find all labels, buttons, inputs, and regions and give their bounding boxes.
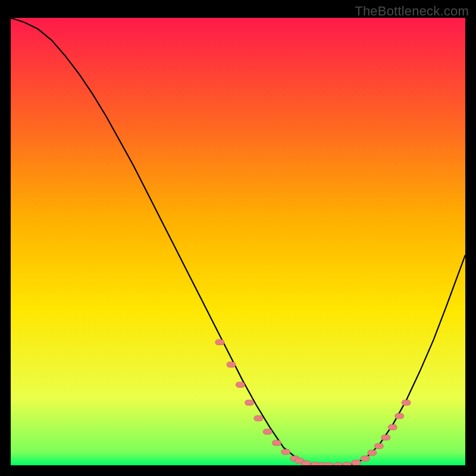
curve-marker: [395, 414, 404, 419]
curve-marker: [245, 400, 254, 405]
curve-marker: [352, 460, 361, 465]
curve-marker: [215, 340, 224, 345]
chart-frame: TheBottleneck.com: [0, 0, 476, 476]
gradient-background: [11, 18, 465, 465]
curve-marker: [374, 443, 383, 449]
curve-marker: [263, 429, 272, 434]
curve-marker: [402, 400, 411, 405]
curve-marker: [324, 463, 333, 466]
curve-marker: [334, 463, 343, 466]
curve-marker: [388, 425, 397, 430]
curve-marker: [361, 456, 369, 461]
curve-marker: [272, 440, 281, 446]
curve-marker: [236, 382, 245, 387]
curve-marker: [254, 416, 263, 421]
curve-marker: [227, 362, 236, 367]
curve-marker: [343, 462, 352, 465]
watermark-text: TheBottleneck.com: [355, 4, 469, 19]
curve-marker: [302, 461, 311, 465]
curve-marker: [368, 450, 377, 455]
curve-marker: [281, 449, 290, 455]
plot-area: [11, 18, 465, 465]
bottleneck-chart: [11, 18, 465, 465]
curve-marker: [381, 435, 390, 440]
